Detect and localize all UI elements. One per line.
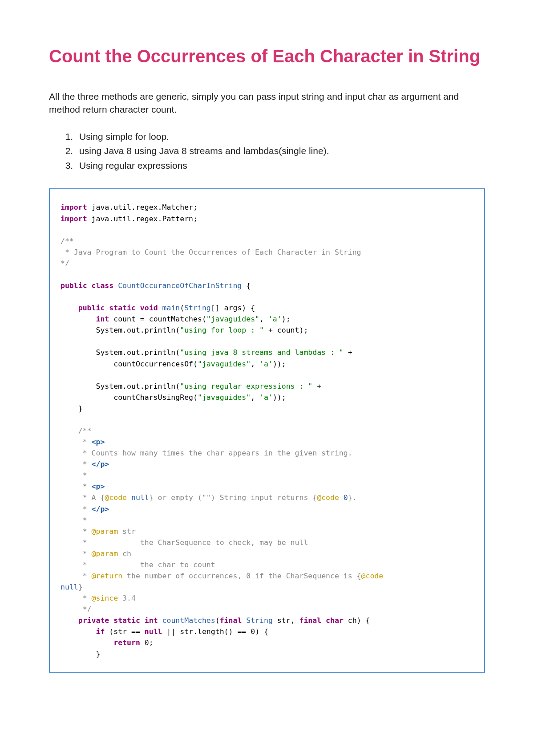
indent <box>61 561 78 569</box>
string-literal: "javaguides" <box>198 360 251 368</box>
code-text: ( <box>180 304 184 312</box>
code-text: (str == <box>105 627 144 636</box>
doc-tag: <p> <box>92 482 105 491</box>
comment: * <box>78 527 92 536</box>
method-name: main <box>158 304 180 312</box>
indent <box>61 471 78 480</box>
doc-annotation: @param <box>92 527 118 536</box>
method-name: countMatches <box>158 616 215 625</box>
comment: * <box>78 471 87 480</box>
indent <box>61 650 96 658</box>
code-text: { <box>242 281 251 290</box>
indent <box>61 516 78 524</box>
indent <box>61 549 78 558</box>
char-literal: 'a' <box>268 315 282 323</box>
keyword: int <box>140 616 158 625</box>
number: 0 <box>251 627 255 636</box>
keyword: public <box>61 281 87 290</box>
keyword: char <box>321 616 344 625</box>
string-literal: "using regular expressions : " <box>180 382 312 390</box>
doc-annotation: @code <box>105 493 127 502</box>
doc-annotation: @code <box>317 493 339 502</box>
code-text: System.out.println( <box>96 382 180 390</box>
indent <box>61 393 113 402</box>
type: String <box>242 616 273 625</box>
code-text: System.out.println( <box>96 326 180 334</box>
indent <box>61 460 78 468</box>
code-text: null <box>61 583 78 591</box>
comment: * <box>78 482 92 491</box>
comment: */ <box>61 259 69 268</box>
indent <box>61 348 96 357</box>
doc-annotation: @code <box>361 572 384 580</box>
string-literal: "using for loop : " <box>180 326 264 334</box>
comment: * <box>78 505 92 513</box>
keyword: public <box>78 304 105 312</box>
comment: * the CharSequence to check, may be null <box>78 538 308 547</box>
comment: } or empty ("") String input returns { <box>149 493 317 502</box>
doc-annotation: @return <box>92 572 123 580</box>
indent <box>61 627 96 636</box>
type: String <box>184 304 211 312</box>
comment: * <box>78 549 92 558</box>
indent <box>61 527 78 536</box>
indent <box>61 427 78 435</box>
comment: * Java Program to Count the Occurrences … <box>61 248 361 256</box>
indent <box>61 594 78 602</box>
code-text: , <box>251 360 259 368</box>
code-text: 0 <box>339 493 348 502</box>
keyword: import <box>61 215 87 223</box>
comment: * <box>78 460 92 468</box>
indent <box>61 616 78 625</box>
keyword: void <box>136 304 158 312</box>
code-block: import java.util.regex.Matcher; import j… <box>49 188 485 673</box>
indent <box>61 538 78 547</box>
indent <box>61 638 113 647</box>
keyword: null <box>145 627 162 636</box>
string-literal: "javaguides" <box>206 315 259 323</box>
comment: * <box>78 438 92 446</box>
code-text: )); <box>273 393 286 402</box>
keyword: import <box>61 203 87 211</box>
keyword: return <box>113 638 140 647</box>
indent <box>61 382 96 390</box>
code-text: ; <box>149 638 154 647</box>
indent <box>61 605 78 614</box>
list-item: using Java 8 using Java 8 streams and la… <box>76 144 485 159</box>
comment: } <box>78 583 83 591</box>
indent <box>61 326 96 334</box>
comment: }. <box>348 493 357 502</box>
keyword: class <box>87 281 114 290</box>
page-title: Count the Occurrences of Each Character … <box>49 45 485 68</box>
comment: /** <box>78 427 92 435</box>
code-text: ( <box>215 616 220 625</box>
comment: * <box>78 594 92 602</box>
keyword: if <box>96 627 105 636</box>
comment: * <box>78 516 87 524</box>
list-item: Using simple for loop. <box>76 130 485 144</box>
char-literal: 'a' <box>259 360 273 368</box>
indent <box>61 449 78 457</box>
code-text: , <box>259 315 268 323</box>
code-text: ) { <box>255 627 268 636</box>
code-text: + <box>344 348 352 357</box>
code-text: } <box>78 404 83 413</box>
code-text: str, <box>273 616 299 625</box>
doc-annotation: @param <box>92 549 118 558</box>
string-literal: "using java 8 streams and lambdas : " <box>180 348 344 357</box>
keyword: int <box>96 315 109 323</box>
indent <box>61 493 78 502</box>
comment: str <box>118 527 136 536</box>
code-text: )); <box>273 360 286 368</box>
code-text: + count); <box>264 326 308 334</box>
indent <box>61 505 78 513</box>
methods-list: Using simple for loop. using Java 8 usin… <box>76 130 485 173</box>
code-text: [] args) { <box>211 304 255 312</box>
comment: * A { <box>78 493 105 502</box>
indent <box>61 482 78 491</box>
code-text: } <box>96 650 100 658</box>
code-text: countCharsUsingReg( <box>113 393 198 402</box>
code-text: countOccurrencesOf( <box>113 360 198 368</box>
comment: /** <box>61 237 74 245</box>
indent <box>61 572 78 580</box>
